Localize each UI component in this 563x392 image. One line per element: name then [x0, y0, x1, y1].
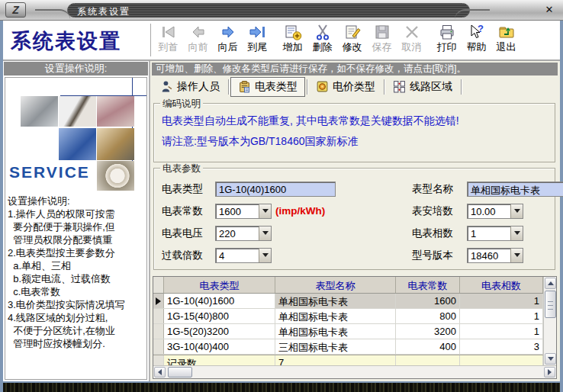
table-row[interactable]: 1G-10(40)1600单相国标电卡表16001	[153, 294, 543, 309]
groupbox-title: 电表参数	[160, 162, 203, 175]
params-form: 电表类型 1G-10(40)1600 表型名称 单相国标电卡表 电表常数 160…	[162, 178, 550, 266]
collage-photo-keyboard	[59, 128, 96, 160]
overload-label: 过载倍数	[162, 249, 209, 262]
go-first-button[interactable]: 到首	[153, 22, 183, 54]
current-row-marker-icon	[156, 297, 161, 305]
toolbar: 到首 向前 向后 到尾	[153, 21, 521, 59]
instruction-line: 1.操作人员的权限可按需	[8, 207, 146, 220]
scroll-right-button[interactable]	[544, 367, 555, 378]
table-cell[interactable]: 3200	[396, 324, 460, 339]
chevron-down-icon[interactable]	[259, 204, 271, 218]
encoding-note-1: 电表类型自动生成不能重复, 其中电表常数是关键数据不能选错!	[162, 114, 549, 128]
cancel-icon	[403, 23, 421, 41]
instruction-line: 管理员权限分配要慎重	[8, 233, 146, 246]
collage-photo-clips	[97, 96, 134, 127]
save-icon	[373, 23, 391, 41]
add-record-button[interactable]: 增加	[278, 22, 307, 54]
table-cell[interactable]: 单相国标电卡表	[275, 324, 396, 339]
phases-select[interactable]: 1	[467, 226, 523, 241]
model-version-select[interactable]: 18460	[467, 248, 523, 263]
instruction-line: 不便于分区统计,在物业	[8, 324, 146, 337]
exit-button[interactable]: 退出	[491, 22, 521, 54]
table-cell[interactable]: 1	[460, 309, 543, 323]
column-header[interactable]: 电表相数	[460, 277, 543, 293]
go-previous-button[interactable]: 向前	[183, 22, 213, 54]
tab-divider	[307, 79, 307, 95]
column-header[interactable]: 表型名称	[275, 277, 396, 293]
scroll-down-button[interactable]	[545, 353, 556, 365]
chevron-down-icon[interactable]	[510, 249, 523, 262]
cancel-button[interactable]: 取消	[397, 22, 426, 54]
amperage-label: 表安培数	[412, 204, 461, 218]
go-last-button[interactable]: 到尾	[243, 22, 272, 54]
chevron-down-icon[interactable]	[259, 249, 271, 262]
table-cell[interactable]: 1G-5(20)3200	[164, 324, 275, 339]
exit-icon	[497, 23, 516, 41]
voltage-select[interactable]: 220	[215, 226, 272, 241]
table-row[interactable]: 3G-10(40)400三相国标电卡表4003	[153, 339, 543, 355]
tab-operators[interactable]: 操作人员	[153, 78, 227, 96]
chevron-down-icon[interactable]	[259, 227, 271, 240]
header-row: 系统表设置 到首 向前 向后	[3, 21, 560, 61]
amperage-select[interactable]: 10.00	[467, 204, 523, 219]
edit-record-button[interactable]: 修改	[337, 22, 367, 54]
table-cell[interactable]: 单相国标电卡表	[275, 294, 396, 308]
table-cell[interactable]: 1600	[396, 294, 460, 308]
titlebar-pill: 系统表设置	[67, 3, 470, 18]
table-row[interactable]: 1G-15(40)800单相国标电卡表8001	[153, 309, 543, 324]
delete-record-icon	[314, 23, 332, 41]
help-button[interactable]: ? 帮助	[462, 22, 491, 54]
scroll-left-button[interactable]	[154, 367, 166, 378]
table-cell[interactable]: 800	[396, 309, 460, 323]
print-icon	[438, 23, 456, 41]
triangle-down-icon	[548, 357, 554, 361]
page-title: 系统表设置	[3, 21, 148, 59]
table-cell[interactable]: 400	[396, 339, 460, 354]
table-footer-row: 记录数 7	[153, 355, 543, 365]
print-button[interactable]: 打印	[432, 22, 462, 54]
vertical-scroll-thumb[interactable]	[545, 291, 556, 318]
row-indicator	[153, 309, 164, 323]
table-cell[interactable]: 3G-10(40)400	[164, 339, 275, 354]
triangle-up-icon	[548, 281, 554, 285]
chevron-down-icon[interactable]	[510, 204, 523, 218]
instruction-line: 4.线路区域的划分过粗,	[8, 311, 146, 324]
meter-type-table: 电表类型 表型名称 电表常数 电表相数 1G-10(40)1600单相国标电卡表…	[153, 276, 557, 379]
table-cell[interactable]: 1	[460, 324, 543, 339]
column-header[interactable]: 电表常数	[396, 277, 460, 293]
content: 设置操作说明: SERVICE 设置操作说明:1.操作人员的权限可按需 要分配便…	[3, 61, 560, 381]
tab-price-types[interactable]: 电价类型	[309, 78, 382, 96]
params-groupbox: 电表参数 电表类型 1G-10(40)1600 表型名称 单相国标电卡表 电表常…	[153, 168, 555, 270]
toolbar-separator	[150, 24, 151, 56]
table-cell[interactable]: 3	[460, 339, 543, 354]
instruction-line: c.电表常数	[8, 285, 146, 298]
tab-line-regions[interactable]: 线路区域	[386, 78, 459, 96]
column-header[interactable]: 电表类型	[164, 277, 275, 293]
tab-meter-types[interactable]: 电表类型	[230, 77, 305, 97]
vertical-scrollbar[interactable]	[543, 277, 556, 365]
scroll-up-button[interactable]	[545, 278, 556, 289]
table-row[interactable]: 1G-5(20)3200单相国标电卡表32001	[153, 324, 543, 339]
add-record-icon	[284, 23, 302, 41]
model-version-label: 型号版本	[412, 249, 461, 262]
save-button[interactable]: 保存	[367, 22, 397, 54]
go-next-button[interactable]: 向后	[213, 22, 243, 54]
meter-constant-select[interactable]: 1600	[215, 204, 272, 219]
table-cell[interactable]: 1G-15(40)800	[164, 309, 275, 323]
table-cell[interactable]: 单相国标电卡表	[275, 309, 396, 323]
model-name-field[interactable]: 单相国标电卡表	[467, 182, 563, 197]
close-button[interactable]: ✕	[542, 3, 556, 17]
chevron-down-icon[interactable]	[510, 227, 523, 240]
delete-record-button[interactable]: 删除	[307, 22, 337, 54]
app-window: Z 系统表设置 ✕ 系统表设置 到首 向前	[0, 0, 563, 392]
tab-divider	[384, 79, 384, 95]
collage-photo-money	[97, 128, 134, 160]
overload-select[interactable]: 4	[215, 248, 272, 263]
meter-type-field[interactable]: 1G-10(40)1600	[215, 182, 336, 197]
table-cell[interactable]: 1	[460, 294, 543, 308]
svg-text:?: ?	[478, 23, 484, 34]
horizontal-scrollbar[interactable]	[153, 365, 556, 378]
table-cell[interactable]: 三相国标电卡表	[275, 339, 396, 354]
horizontal-scroll-thumb[interactable]	[168, 367, 192, 378]
table-cell[interactable]: 1G-10(40)1600	[164, 294, 275, 308]
